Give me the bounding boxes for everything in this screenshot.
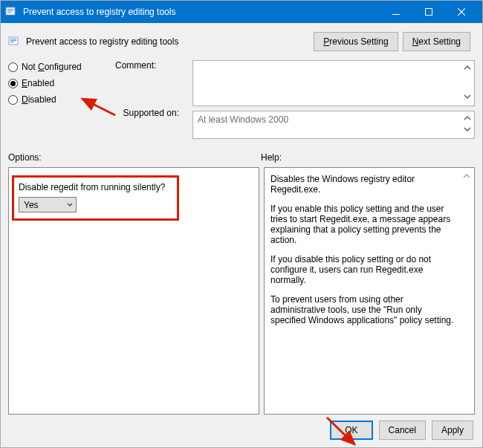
header-row: Prevent access to registry editing tools… bbox=[8, 32, 475, 51]
radio-enabled[interactable]: Enabled bbox=[8, 78, 105, 88]
scroll-up-icon[interactable] bbox=[461, 62, 473, 76]
svg-rect-9 bbox=[10, 39, 16, 39]
help-paragraph: If you disable this policy setting or do… bbox=[270, 254, 459, 285]
supported-on-label: Supported on: bbox=[115, 108, 182, 133]
titlebar-title: Prevent access to registry editing tools bbox=[23, 7, 380, 17]
apply-button[interactable]: Apply bbox=[432, 421, 473, 440]
option-question: Disable regedit from running silently? bbox=[19, 182, 172, 192]
help-panel: Disables the Windows registry editor Reg… bbox=[264, 167, 475, 415]
combo-value: Yes bbox=[24, 200, 39, 210]
policy-dialog: Prevent access to registry editing tools… bbox=[0, 0, 483, 448]
scroll-down-icon[interactable] bbox=[461, 123, 473, 137]
scroll-down-icon[interactable] bbox=[461, 91, 473, 105]
radio-label: Disabled bbox=[22, 94, 56, 105]
options-label: Options: bbox=[8, 152, 261, 163]
cancel-button[interactable]: Cancel bbox=[379, 421, 426, 440]
svg-rect-5 bbox=[426, 9, 432, 16]
highlight-box: Disable regedit from running silently? Y… bbox=[12, 175, 179, 221]
close-button[interactable] bbox=[445, 1, 478, 23]
radio-label: Enabled bbox=[22, 78, 54, 88]
policy-icon bbox=[5, 6, 17, 18]
help-label: Help: bbox=[261, 152, 282, 163]
radio-label: Not Configured bbox=[22, 62, 82, 72]
help-paragraph: If you enable this policy setting and th… bbox=[270, 204, 459, 245]
dialog-footer: OK Cancel Apply bbox=[8, 421, 475, 440]
help-paragraph: To prevent users from using other admini… bbox=[270, 294, 459, 325]
svg-rect-2 bbox=[7, 10, 13, 11]
policy-icon bbox=[8, 36, 20, 48]
chevron-down-icon bbox=[67, 200, 73, 210]
options-panel: Disable regedit from running silently? Y… bbox=[8, 167, 259, 415]
header-title: Prevent access to registry editing tools bbox=[26, 36, 314, 47]
help-text: Disables the Windows registry editor Reg… bbox=[270, 174, 459, 325]
svg-rect-1 bbox=[7, 9, 13, 10]
ok-button[interactable]: OK bbox=[330, 421, 372, 440]
help-paragraph: Disables the Windows registry editor Reg… bbox=[270, 174, 459, 195]
option-combobox[interactable]: Yes bbox=[19, 197, 77, 212]
comment-textarea[interactable] bbox=[192, 60, 475, 106]
dialog-content: Prevent access to registry editing tools… bbox=[1, 23, 482, 447]
comment-label: Comment: bbox=[115, 60, 182, 108]
svg-rect-3 bbox=[7, 12, 11, 13]
supported-on-field: At least Windows 2000 bbox=[192, 111, 475, 139]
svg-rect-11 bbox=[10, 42, 14, 42]
previous-setting-button[interactable]: Previous Setting bbox=[314, 32, 398, 51]
svg-rect-4 bbox=[392, 14, 400, 15]
scroll-up-icon[interactable] bbox=[461, 170, 473, 184]
minimize-button[interactable] bbox=[380, 1, 412, 23]
next-setting-button[interactable]: Next Setting bbox=[403, 32, 470, 51]
maximize-button[interactable] bbox=[412, 1, 445, 23]
radio-not-configured[interactable]: Not Configured bbox=[8, 62, 105, 72]
titlebar: Prevent access to registry editing tools bbox=[1, 1, 482, 23]
radio-disabled[interactable]: Disabled bbox=[8, 94, 105, 105]
svg-rect-10 bbox=[10, 40, 16, 41]
state-radio-group: Not Configured Enabled Disabled bbox=[8, 60, 105, 139]
supported-on-value: At least Windows 2000 bbox=[198, 114, 288, 125]
